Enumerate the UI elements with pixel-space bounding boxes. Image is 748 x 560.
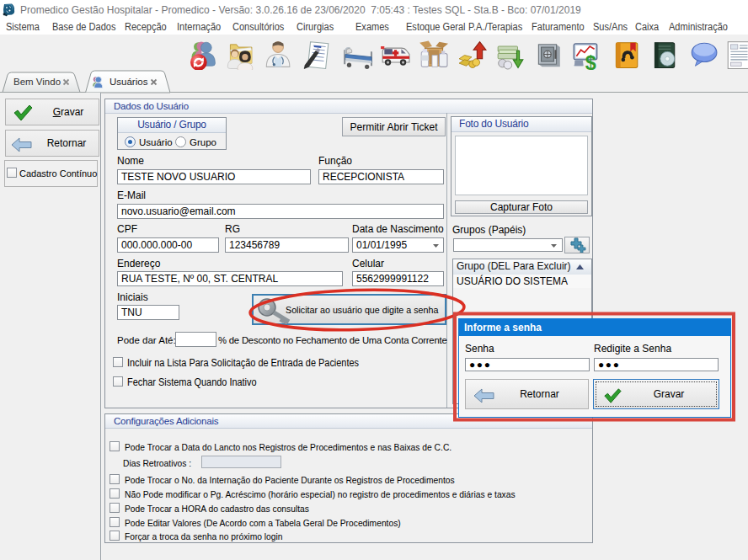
svg-text:$: $	[585, 52, 596, 70]
